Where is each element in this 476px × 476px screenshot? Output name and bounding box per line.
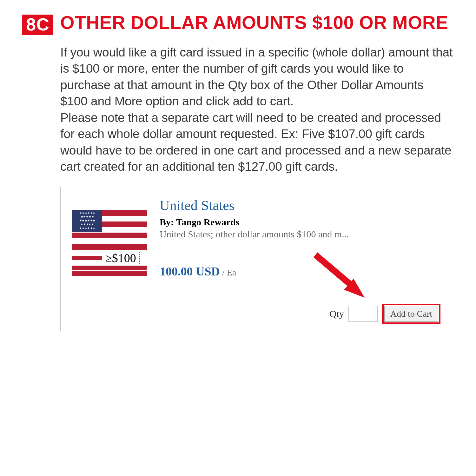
- product-vendor: By: Tango Rewards: [160, 217, 440, 228]
- body-paragraph-1: If you would like a gift card issued in …: [60, 44, 454, 109]
- product-image: ★ ★ ★ ★ ★ ★ ★ ★ ★ ★ ★ ★ ★ ★ ★ ★ ★ ★ ★ ★ …: [72, 210, 148, 276]
- qty-label: Qty: [330, 308, 344, 319]
- product-price: 100.00 USD: [160, 265, 220, 278]
- product-card: ★ ★ ★ ★ ★ ★ ★ ★ ★ ★ ★ ★ ★ ★ ★ ★ ★ ★ ★ ★ …: [60, 187, 449, 331]
- body-paragraph-2: Please note that a separate cart will ne…: [60, 109, 454, 175]
- product-info: United States By: Tango Rewards United S…: [160, 197, 440, 278]
- product-price-row: 100.00 USD / Ea: [160, 264, 440, 278]
- svg-marker-1: [344, 279, 365, 298]
- ge-100-label: ≥$100: [105, 252, 136, 264]
- product-title: United States: [160, 197, 440, 214]
- section-title: OTHER DOLLAR AMOUNTS $100 OR MORE: [60, 13, 448, 33]
- product-description: United States; other dollar amounts $100…: [160, 229, 440, 240]
- section-header: 8C OTHER DOLLAR AMOUNTS $100 OR MORE: [22, 13, 454, 35]
- us-flag-icon: ★ ★ ★ ★ ★ ★ ★ ★ ★ ★ ★ ★ ★ ★ ★ ★ ★ ★ ★ ★ …: [72, 210, 147, 250]
- section-body: If you would like a gift card issued in …: [60, 44, 454, 175]
- document-section: 8C OTHER DOLLAR AMOUNTS $100 OR MORE If …: [0, 0, 476, 331]
- add-to-cart-highlight: Add to Cart: [382, 304, 440, 324]
- qty-input[interactable]: [348, 306, 378, 322]
- product-per-unit: / Ea: [220, 268, 236, 277]
- cart-controls: Qty Add to Cart: [330, 304, 440, 324]
- add-to-cart-button[interactable]: Add to Cart: [384, 306, 438, 322]
- section-badge: 8C: [22, 15, 53, 35]
